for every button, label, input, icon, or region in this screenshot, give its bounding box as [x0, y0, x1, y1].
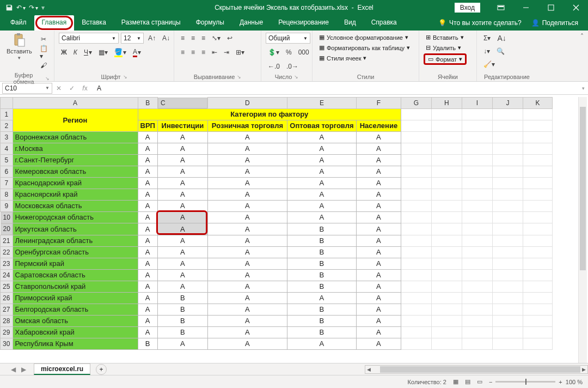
- subheader[interactable]: Инвестиции: [157, 120, 207, 131]
- col-header[interactable]: J: [492, 98, 523, 109]
- row-header[interactable]: 4: [1, 143, 13, 154]
- vertical-scrollbar[interactable]: [578, 97, 587, 363]
- col-header[interactable]: C: [158, 98, 207, 108]
- region-cell[interactable]: Краснодарский край: [13, 177, 138, 189]
- region-cell[interactable]: Хабаровский край: [13, 326, 138, 338]
- row-header[interactable]: 29: [1, 326, 13, 338]
- data-cell[interactable]: A: [207, 326, 287, 338]
- undo-button[interactable]: ↶▾: [16, 4, 26, 11]
- signin-button[interactable]: Вход: [455, 3, 480, 13]
- decrease-decimal-button[interactable]: .0→: [284, 61, 301, 72]
- cancel-formula-icon[interactable]: ✕: [52, 84, 65, 92]
- col-header[interactable]: A: [13, 98, 138, 109]
- data-cell[interactable]: A: [138, 154, 157, 166]
- new-sheet-button[interactable]: +: [96, 364, 107, 375]
- tab-review[interactable]: Рецензирование: [271, 15, 336, 31]
- data-cell[interactable]: A: [138, 223, 157, 235]
- decrease-indent-button[interactable]: ⇤: [210, 47, 219, 58]
- dialog-launcher-icon[interactable]: ↘: [123, 74, 127, 80]
- data-cell[interactable]: A: [207, 304, 287, 315]
- italic-button[interactable]: К: [71, 47, 79, 58]
- increase-font-button[interactable]: A↑: [146, 33, 158, 44]
- row-header[interactable]: 6: [1, 166, 13, 177]
- row-header[interactable]: 10: [1, 212, 13, 223]
- data-cell[interactable]: B: [287, 246, 356, 258]
- data-cell[interactable]: B: [138, 338, 157, 349]
- tab-file[interactable]: Файл: [3, 15, 34, 31]
- tell-me[interactable]: 💡 Что вы хотите сделать?: [438, 19, 522, 27]
- ribbon-options-icon[interactable]: [489, 0, 513, 15]
- view-normal-icon[interactable]: ▦: [453, 378, 458, 385]
- find-select-button[interactable]: 🔍: [494, 46, 507, 57]
- row-header[interactable]: 9: [1, 200, 13, 211]
- row-header[interactable]: 1: [1, 108, 13, 120]
- number-format-select[interactable]: Общий▼: [266, 33, 310, 44]
- data-cell[interactable]: A: [138, 304, 157, 315]
- format-cells-button[interactable]: ▭ Формат ▾: [424, 53, 467, 65]
- data-cell[interactable]: A: [157, 189, 207, 200]
- row-header[interactable]: 30: [1, 338, 13, 349]
- region-cell[interactable]: Красноярский край: [13, 189, 138, 200]
- data-cell[interactable]: A: [157, 154, 207, 166]
- data-cell[interactable]: A: [207, 338, 287, 349]
- data-cell[interactable]: B: [157, 326, 207, 338]
- subheader[interactable]: Оптовая торговля: [287, 120, 356, 131]
- data-cell[interactable]: A: [287, 211, 356, 223]
- data-cell[interactable]: B: [287, 258, 356, 269]
- insert-cells-button[interactable]: ⊞ Вставить ▾: [424, 33, 466, 42]
- data-cell[interactable]: A: [138, 281, 157, 292]
- data-cell[interactable]: B: [287, 326, 356, 338]
- row-header[interactable]: 23: [1, 258, 13, 269]
- data-cell[interactable]: A: [157, 177, 207, 189]
- data-cell[interactable]: A: [157, 338, 207, 349]
- data-cell[interactable]: A: [207, 246, 287, 258]
- data-cell[interactable]: A: [138, 143, 157, 154]
- clear-button[interactable]: 🧹▾: [481, 59, 497, 70]
- data-cell[interactable]: A: [356, 154, 401, 166]
- data-cell[interactable]: B: [157, 315, 207, 326]
- dialog-launcher-icon[interactable]: ↘: [45, 76, 50, 81]
- font-color-button[interactable]: A▾: [131, 47, 143, 58]
- expand-formula-bar-icon[interactable]: ▾: [582, 86, 588, 91]
- data-cell[interactable]: A: [356, 269, 401, 281]
- tab-view[interactable]: Вид: [336, 15, 364, 31]
- row-header[interactable]: 22: [1, 246, 13, 258]
- data-cell[interactable]: A: [138, 326, 157, 338]
- row-header[interactable]: 21: [1, 235, 13, 246]
- data-cell[interactable]: A: [207, 211, 287, 223]
- horizontal-scrollbar[interactable]: ◀▶: [365, 365, 588, 374]
- conditional-formatting-button[interactable]: ▦ Условное форматирование▾: [317, 33, 411, 42]
- data-cell[interactable]: A: [157, 200, 207, 211]
- data-cell[interactable]: A: [138, 292, 157, 304]
- region-cell[interactable]: Республика Крым: [13, 338, 138, 349]
- data-cell[interactable]: A: [138, 258, 157, 269]
- tab-formulas[interactable]: Формулы: [188, 15, 232, 31]
- data-cell[interactable]: A: [207, 258, 287, 269]
- col-header[interactable]: F: [356, 98, 401, 109]
- header-region[interactable]: Регион: [13, 108, 138, 131]
- autosum-button[interactable]: Σ▾: [481, 33, 493, 44]
- data-cell[interactable]: A: [287, 166, 356, 177]
- data-cell[interactable]: A: [157, 166, 207, 177]
- data-cell[interactable]: A: [356, 258, 401, 269]
- tab-insert[interactable]: Вставка: [74, 15, 114, 31]
- row-header[interactable]: 7: [1, 177, 13, 189]
- sheet-nav-prev[interactable]: ◀: [11, 366, 19, 373]
- borders-button[interactable]: ▦▾: [96, 47, 110, 58]
- col-header[interactable]: K: [523, 98, 552, 109]
- comma-style-button[interactable]: 000: [296, 47, 311, 58]
- redo-button[interactable]: ↷▾: [29, 4, 38, 11]
- data-cell[interactable]: A: [356, 131, 401, 143]
- data-cell[interactable]: A: [356, 223, 401, 235]
- row-header[interactable]: 25: [1, 281, 13, 292]
- view-pagebreak-icon[interactable]: ▭: [477, 378, 482, 385]
- region-cell[interactable]: Ставропольский край: [13, 281, 138, 292]
- tab-help[interactable]: Справка: [364, 15, 405, 31]
- data-cell[interactable]: A: [157, 269, 207, 281]
- row-header[interactable]: 26: [1, 292, 13, 304]
- increase-decimal-button[interactable]: ←.0: [266, 61, 282, 72]
- cell-styles-button[interactable]: ▦ Стили ячеек▾: [317, 53, 369, 63]
- region-cell[interactable]: Пермский край: [13, 258, 138, 269]
- row-header[interactable]: 3: [1, 131, 13, 143]
- data-cell[interactable]: A: [356, 326, 401, 338]
